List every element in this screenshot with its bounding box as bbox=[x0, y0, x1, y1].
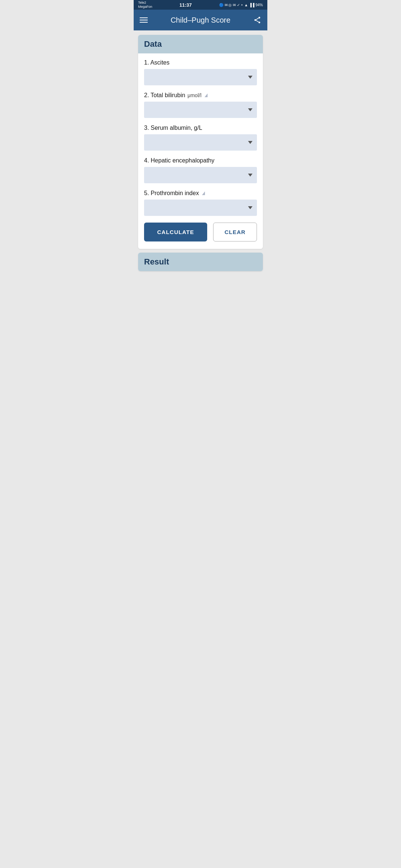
albumin-dropdown-wrapper: >35 28–35 <28 bbox=[144, 134, 257, 151]
battery-text: 94% bbox=[255, 3, 263, 7]
menu-button[interactable] bbox=[140, 17, 148, 23]
field-albumin: 3. Serum albumin, g/L >35 28–35 <28 bbox=[144, 125, 257, 151]
data-card: Data 1. Ascites None Mild Moderate/Sever… bbox=[138, 35, 263, 249]
albumin-label: 3. Serum albumin, g/L bbox=[144, 125, 257, 131]
encephalopathy-label: 4. Hepatic encephalopathy bbox=[144, 157, 257, 164]
bluetooth-icon: ‣ bbox=[241, 3, 243, 7]
calculate-button[interactable]: CALCULATE bbox=[144, 223, 207, 241]
albumin-select[interactable]: >35 28–35 <28 bbox=[144, 134, 257, 151]
status-bar: Tele2 MegaFon 11:37 🔵 ✉ ◎ ✉ ✓ ‣ ▲ ▐▐ 94% bbox=[134, 0, 267, 10]
bilirubin-dropdown-wrapper: <34 34–50 >50 bbox=[144, 102, 257, 118]
field-encephalopathy: 4. Hepatic encephalopathy None Grade I–I… bbox=[144, 157, 257, 183]
status-time: 11:37 bbox=[179, 2, 192, 8]
wifi-icon: ▲ bbox=[244, 3, 248, 7]
svg-line-3 bbox=[256, 18, 259, 20]
result-card: Result bbox=[138, 253, 263, 271]
data-card-body: 1. Ascites None Mild Moderate/Severe 2. … bbox=[138, 53, 263, 249]
carrier-info: Tele2 MegaFon bbox=[138, 1, 152, 9]
ascites-label: 1. Ascites bbox=[144, 59, 257, 66]
prothrombin-unit-corner bbox=[202, 191, 205, 195]
bilirubin-unit: μmol/l bbox=[188, 92, 202, 98]
bilirubin-label: 2. Total bilirubin μmol/l bbox=[144, 92, 257, 99]
svg-line-4 bbox=[256, 20, 259, 22]
bilirubin-unit-corner bbox=[205, 93, 208, 97]
svg-point-0 bbox=[258, 17, 260, 19]
encephalopathy-dropdown-wrapper: None Grade I–II Grade III–IV bbox=[144, 167, 257, 183]
bilirubin-select[interactable]: <34 34–50 >50 bbox=[144, 102, 257, 118]
status-icons: 🔵 ✉ ◎ ✉ ✓ ‣ ▲ ▐▐ 94% bbox=[219, 3, 263, 7]
clear-button[interactable]: CLEAR bbox=[213, 223, 257, 241]
result-card-header: Result bbox=[138, 253, 263, 271]
main-content: Data 1. Ascites None Mild Moderate/Sever… bbox=[134, 30, 267, 289]
share-button[interactable] bbox=[253, 16, 261, 24]
result-section-title: Result bbox=[144, 257, 169, 266]
prothrombin-dropdown-wrapper: >84% 44–84% <44% bbox=[144, 200, 257, 216]
prothrombin-select[interactable]: >84% 44–84% <44% bbox=[144, 200, 257, 216]
svg-point-1 bbox=[254, 19, 256, 21]
field-bilirubin: 2. Total bilirubin μmol/l <34 34–50 >50 bbox=[144, 92, 257, 118]
prothrombin-label: 5. Prothrombin index bbox=[144, 190, 257, 197]
encephalopathy-select[interactable]: None Grade I–II Grade III–IV bbox=[144, 167, 257, 183]
app-title: Child–Pugh Score bbox=[154, 16, 247, 24]
ascites-select[interactable]: None Mild Moderate/Severe bbox=[144, 69, 257, 85]
button-row: CALCULATE CLEAR bbox=[144, 223, 257, 243]
field-ascites: 1. Ascites None Mild Moderate/Severe bbox=[144, 59, 257, 85]
data-card-header: Data bbox=[138, 35, 263, 53]
data-section-title: Data bbox=[144, 39, 162, 49]
svg-point-2 bbox=[258, 22, 260, 23]
field-prothrombin: 5. Prothrombin index >84% 44–84% <44% bbox=[144, 190, 257, 216]
ascites-dropdown-wrapper: None Mild Moderate/Severe bbox=[144, 69, 257, 85]
network-icons: 🔵 ✉ ◎ ✉ ✓ bbox=[219, 3, 240, 7]
signal-icon: ▐▐ bbox=[249, 3, 254, 7]
app-bar: Child–Pugh Score bbox=[134, 10, 267, 30]
